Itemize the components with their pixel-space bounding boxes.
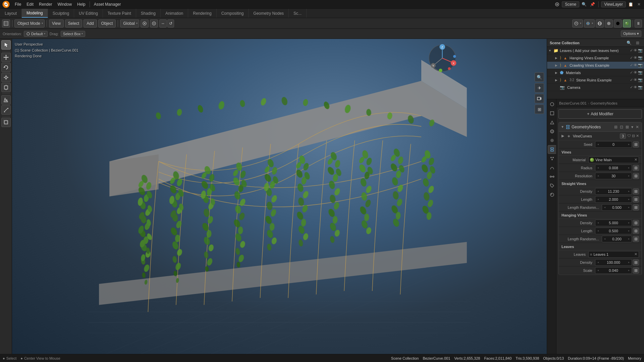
header-icon-search[interactable]: 🔍: [580, 1, 588, 8]
prop-tab-constraints[interactable]: [548, 172, 556, 181]
asset-manager[interactable]: Asset Manager: [91, 1, 124, 7]
radius-input[interactable]: ◂ 0.008 ▸: [595, 165, 632, 171]
material-value[interactable]: Vine Main ✕: [588, 157, 639, 163]
sv-length-input[interactable]: ◂ 2.000 ▸: [595, 196, 632, 203]
vis-icon-1[interactable]: ✓: [630, 56, 633, 60]
menu-file[interactable]: File: [12, 1, 24, 7]
menu-window[interactable]: Window: [55, 1, 74, 7]
orientation-dropdown[interactable]: Default ▾: [24, 31, 48, 37]
prop-tab-material[interactable]: [548, 190, 556, 199]
vis-icon-5[interactable]: ✓: [630, 85, 633, 89]
sv-length-add[interactable]: ⊞: [633, 196, 639, 202]
mode-selector[interactable]: Object Mode ▾: [14, 19, 45, 27]
header-icon-scene[interactable]: [553, 1, 561, 8]
header-icon-pin[interactable]: 📌: [589, 1, 596, 8]
render-icon-1[interactable]: 📷: [638, 56, 643, 60]
straight-vines-section[interactable]: Straight Vines: [559, 180, 642, 187]
add-menu[interactable]: Add: [84, 19, 97, 27]
options-dropdown[interactable]: Options ▾: [621, 31, 641, 37]
seed-input[interactable]: ◂ 0 ▸: [595, 141, 632, 148]
mod-icon-type2[interactable]: ⊡: [619, 124, 624, 130]
tool-move[interactable]: [1, 53, 11, 62]
tool-measure[interactable]: [1, 105, 11, 115]
prop-tab-output[interactable]: [548, 109, 556, 118]
menu-edit[interactable]: Edit: [24, 1, 36, 7]
hanging-vines-section[interactable]: Hanging Vines: [559, 212, 642, 219]
tab-sculpting[interactable]: Sculpting: [48, 9, 74, 18]
tab-layout[interactable]: Layout: [0, 9, 22, 18]
view-menu[interactable]: View: [49, 19, 64, 27]
tab-sc[interactable]: Sc...: [289, 9, 307, 18]
gizmo-toggle[interactable]: ▾: [584, 19, 595, 27]
nav-grid[interactable]: ⊞: [535, 105, 544, 114]
move-tool[interactable]: ↔: [159, 19, 167, 27]
object-menu[interactable]: Object: [98, 19, 116, 27]
outliner-item-stone-ruins[interactable]: ▶ ⟩ ▲ 3:2 Stone Ruins Example ✓ 👁 📷: [547, 76, 644, 84]
tab-animation[interactable]: Animation: [161, 9, 188, 18]
select-box-dropdown[interactable]: Select Box ▾: [61, 31, 86, 37]
vis-icon-3[interactable]: ✓: [630, 70, 633, 75]
pause-render[interactable]: ⏸: [635, 19, 642, 27]
viewport-shading-wire[interactable]: [596, 19, 604, 27]
material-clear-btn[interactable]: ✕: [634, 158, 637, 162]
outliner-item-crawling-vines[interactable]: ▶ ⟩ ▲ Crawling Vines Example ✓ 👁 📷: [547, 62, 644, 69]
prop-tab-physics[interactable]: [548, 163, 556, 172]
tool-cursor[interactable]: [1, 40, 11, 50]
sv-lenrandom-add[interactable]: ⊞: [633, 204, 639, 210]
hide-icon-1[interactable]: 👁: [634, 56, 637, 60]
submod-shield-icon[interactable]: 🛡: [627, 134, 631, 138]
tab-rendering[interactable]: Rendering: [188, 9, 216, 18]
mod-icon-x[interactable]: ✕: [635, 124, 640, 130]
hide-icon-4[interactable]: 👁: [634, 78, 637, 82]
viewport-shading-material[interactable]: [614, 19, 622, 27]
tool-scale[interactable]: [1, 73, 11, 82]
outliner-item-materials[interactable]: ▶ ⬟ Materials ✓ 👁 📷: [547, 69, 644, 76]
hv-lenrandom-add[interactable]: ⊞: [633, 236, 639, 242]
overlay-toggle[interactable]: ▾: [572, 19, 583, 27]
radius-add-btn[interactable]: ⊞: [633, 165, 639, 171]
seed-add-btn[interactable]: ⊞: [633, 141, 639, 147]
submod-x-icon[interactable]: ✕: [636, 134, 639, 138]
editor-type-btn[interactable]: [2, 19, 10, 27]
tool-transform[interactable]: [1, 83, 11, 92]
vis-icon-0[interactable]: ✓: [630, 48, 633, 53]
leaves-density-input[interactable]: ◂ 100.000 ▸: [595, 259, 632, 266]
viewport-shading-solid[interactable]: [605, 19, 613, 27]
outliner-filter-btn[interactable]: ⊞: [634, 39, 641, 47]
prop-tab-particles[interactable]: [548, 154, 556, 163]
breadcrumb-object[interactable]: BezierCurve.001: [559, 101, 587, 105]
modifier-expand-arrow[interactable]: ▼: [561, 125, 564, 129]
outliner-item-leaves-folder[interactable]: ▼ 📁 Leaves ( Add your own leaves here) ✓…: [547, 47, 644, 54]
prop-tab-data[interactable]: [548, 181, 556, 190]
select-menu[interactable]: Select: [65, 19, 82, 27]
hide-icon-2[interactable]: 👁: [634, 63, 637, 67]
viewport-3d[interactable]: Z X Y User Perspective (1) Scene Collect…: [12, 39, 547, 354]
proportional-edit[interactable]: [150, 19, 158, 27]
hv-density-input[interactable]: ◂ 5.000 ▸: [595, 220, 632, 226]
tab-compositing[interactable]: Compositing: [217, 9, 249, 18]
add-modifier-button[interactable]: + Add Modifier: [558, 109, 642, 119]
prop-tab-scene[interactable]: [548, 118, 556, 127]
tab-shading[interactable]: Shading: [136, 9, 161, 18]
submod-copy-icon[interactable]: ⊟: [632, 134, 635, 138]
render-icon-5[interactable]: 📷: [638, 85, 643, 89]
header-icon-viewlayer[interactable]: 📋: [627, 1, 634, 8]
outliner-item-hanging-vines[interactable]: ▶ ⟩ ▲ Hanging Vines Example ✓ 👁 📷: [547, 54, 644, 62]
leaves-scale-add[interactable]: ⊞: [633, 267, 639, 274]
tool-add-cube[interactable]: [1, 118, 11, 127]
mod-dropdown-arrow[interactable]: ▾: [631, 124, 634, 130]
resolution-add-btn[interactable]: ⊞: [633, 173, 639, 179]
vines-section-header[interactable]: Vines: [559, 148, 642, 156]
outliner-item-camera[interactable]: 📷 Camera ✓ 👁 📷: [547, 84, 644, 91]
leaves-material-value[interactable]: ≡ Leaves 1 ✕: [588, 251, 639, 258]
nav-fly[interactable]: ✈: [535, 83, 544, 93]
menu-help[interactable]: Help: [74, 1, 88, 7]
leaves-section-header[interactable]: Leaves: [559, 243, 642, 250]
nav-camera[interactable]: [535, 94, 544, 103]
tab-uv-editing[interactable]: UV Editing: [74, 9, 103, 18]
vis-icon-4[interactable]: ✓: [630, 78, 633, 82]
snap-toggle[interactable]: [141, 19, 149, 27]
hide-icon-3[interactable]: 👁: [634, 70, 637, 75]
submod-expand[interactable]: ▶: [561, 134, 566, 138]
header-icon-close-top[interactable]: ✕: [635, 1, 643, 8]
